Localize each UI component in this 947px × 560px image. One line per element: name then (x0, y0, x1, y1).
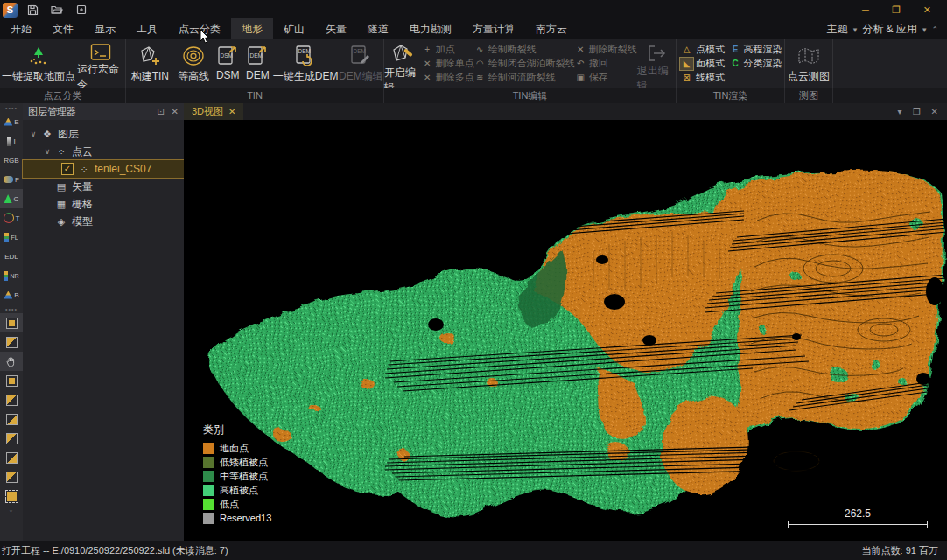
view-cube-free-button[interactable] (0, 332, 23, 352)
view-cube-pin-button[interactable] (0, 313, 23, 332)
tab-mine[interactable]: 矿山 (273, 18, 315, 40)
save-edit-button[interactable]: ▣保存 (575, 72, 637, 83)
view-right-button[interactable] (0, 429, 23, 448)
tab-south-cloud[interactable]: 南方云 (525, 18, 578, 40)
dem-edit-button[interactable]: DEM DEM编辑 (339, 39, 383, 88)
new-project-icon[interactable] (72, 3, 91, 17)
tab-terrain[interactable]: 地形 (231, 18, 273, 40)
run-macro-button[interactable]: 运行宏命令 (77, 39, 124, 88)
tab-3d-view[interactable]: 3D视图 ✕ (184, 103, 243, 120)
exit-edit-button[interactable]: 退出编辑 (637, 39, 676, 88)
tree-node-pointcloud[interactable]: ∨ ⁘ 点云 (23, 143, 184, 160)
float-panel-icon[interactable]: ❐ (913, 107, 921, 116)
draw-river-breakline-button[interactable]: ≋绘制河流断裂线 (474, 72, 575, 83)
group-label: TIN (126, 88, 384, 103)
render-elevation-button[interactable]: E (0, 112, 23, 131)
face-mode-button[interactable]: ◣面模式 (680, 58, 730, 69)
exit-icon (646, 43, 667, 64)
tree-node-vector[interactable]: ▤ 矢量 (23, 178, 184, 195)
pointcloud-mapping-button[interactable]: 点云测图 (785, 39, 832, 88)
render-return-number-button[interactable]: NR (0, 266, 23, 285)
render-rgb-button[interactable]: RGB (0, 150, 23, 170)
tab-vector[interactable]: 矢量 (315, 18, 357, 40)
delete-breakline-button[interactable]: ✕删除断裂线 (575, 44, 637, 55)
render-classification-button[interactable]: C (0, 189, 23, 208)
close-tab-icon[interactable]: ✕ (228, 107, 235, 116)
tree-node-raster[interactable]: ▦ 栅格 (23, 195, 184, 213)
pin-panel-icon[interactable]: ⊡ (157, 107, 164, 116)
tab-display[interactable]: 显示 (84, 18, 126, 40)
window-controls: ─ ❐ ✕ (862, 4, 947, 16)
tab-list-dropdown-icon[interactable]: ▾ (898, 107, 902, 116)
add-point-button[interactable]: +加点 (422, 44, 474, 55)
collapse-chevron-icon[interactable]: ⌄ (9, 506, 15, 514)
extract-ground-points-button[interactable]: 一键提取地面点 (0, 39, 77, 88)
ribbon-group-pointcloud-classify: 一键提取地面点 运行宏命令 (0, 39, 126, 88)
close-panel-icon[interactable]: ✕ (172, 107, 179, 116)
view-left-button[interactable] (0, 410, 23, 429)
delete-multi-points-button[interactable]: ✕删除多点 (422, 72, 474, 83)
view-front-button[interactable] (0, 390, 23, 410)
dsm-doc-icon: DSM (217, 43, 238, 69)
analysis-apps-dropdown[interactable]: 分析 & 应用 (862, 22, 917, 37)
close-button[interactable]: ✕ (923, 4, 931, 16)
render-fl-button[interactable]: FL (0, 228, 23, 247)
draw-lake-breakline-button[interactable]: ◠绘制闭合湖泊断裂线 (474, 58, 575, 69)
tab-file[interactable]: 文件 (42, 18, 84, 40)
theme-dropdown[interactable]: 主题 (827, 22, 848, 37)
view-top-button[interactable] (0, 371, 23, 390)
legend-item: 地面点 (203, 441, 271, 455)
status-bar: 打开工程 -- E:/0910/250922/250922.sld (未读消息:… (0, 541, 947, 560)
tab-tunnel[interactable]: 隧道 (357, 18, 399, 40)
draw-breakline-button[interactable]: ∿绘制断裂线 (474, 44, 575, 55)
cube-left-icon (6, 414, 18, 425)
render-intensity-button[interactable]: I (0, 131, 23, 150)
classification-render-button[interactable]: C分类渲染 (730, 58, 784, 69)
minimize-button[interactable]: ─ (862, 4, 869, 15)
tab-volume-calc[interactable]: 方量计算 (462, 18, 525, 40)
line-mode-button[interactable]: ⊠线模式 (680, 72, 730, 83)
open-folder-icon[interactable] (47, 3, 67, 17)
zoom-extents-button[interactable] (0, 486, 23, 506)
edit-mesh-pencil-icon (390, 43, 415, 66)
contour-lines-button[interactable]: 等高线 (174, 39, 213, 88)
undo-button[interactable]: ↶撤回 (575, 58, 637, 69)
view-back-button[interactable] (0, 448, 23, 467)
tab-start[interactable]: 开始 (0, 18, 42, 40)
chevron-expanded-icon[interactable]: ∨ (30, 130, 37, 138)
pan-tool-button[interactable] (0, 352, 23, 371)
maximize-button[interactable]: ❐ (892, 4, 901, 16)
render-time-button[interactable]: T (0, 208, 23, 228)
elevation-render-button[interactable]: E高程渲染 (730, 44, 784, 55)
close-view-icon[interactable]: ✕ (931, 107, 938, 116)
drag-handle[interactable]: •••• (5, 103, 18, 112)
start-edit-button[interactable]: 开启编辑 (384, 39, 422, 88)
render-edl-button[interactable]: EDL (0, 247, 23, 266)
ribbon-group-tin-render: △点模式 ◣面模式 ⊠线模式 E高程渲染 C分类渲染 (677, 39, 785, 88)
point-mode-button[interactable]: △点模式 (680, 44, 730, 55)
tree-node-layers[interactable]: ∨ ❖ 图层 (23, 125, 184, 143)
render-flightline-button[interactable]: F (0, 170, 23, 189)
save-icon[interactable] (23, 3, 42, 17)
view-bottom-button[interactable] (0, 467, 23, 486)
layer-visibility-checkbox[interactable]: ✓ (61, 163, 74, 175)
render-blend-button[interactable]: B (0, 285, 23, 304)
build-tin-button[interactable]: 构建TIN (126, 39, 174, 88)
mouse-cursor (200, 29, 210, 45)
dem-button[interactable]: DEM DEM (242, 39, 272, 88)
legend-swatch (203, 485, 214, 496)
dsm-button[interactable]: DSM DSM (213, 39, 242, 88)
delete-single-point-button[interactable]: ✕删除单点 (422, 58, 474, 69)
collapse-ribbon-icon[interactable]: ⌃ (931, 25, 938, 34)
legend-swatch (203, 443, 214, 454)
viewport-3d[interactable]: 类别 地面点 低矮植被点 中等植被点 高植被点 低点 Reserved13 26… (184, 120, 947, 541)
chevron-expanded-icon[interactable]: ∨ (44, 147, 51, 156)
render-mode-column: △点模式 ◣面模式 ⊠线模式 (677, 39, 730, 83)
project-path-status: 打开工程 -- E:/0910/250922/250922.sld (未读消息:… (0, 544, 228, 557)
generate-dem-button[interactable]: DEM 一键生成DEM (273, 39, 339, 88)
tab-tools[interactable]: 工具 (126, 18, 168, 40)
tree-node-layer-fenlei[interactable]: ✓ ⁘ fenlei_CS07 (23, 160, 184, 178)
tree-node-model[interactable]: ◈ 模型 (23, 213, 184, 230)
tab-power-survey[interactable]: 电力勘测 (399, 18, 462, 40)
legend-item: 高植被点 (203, 483, 271, 497)
